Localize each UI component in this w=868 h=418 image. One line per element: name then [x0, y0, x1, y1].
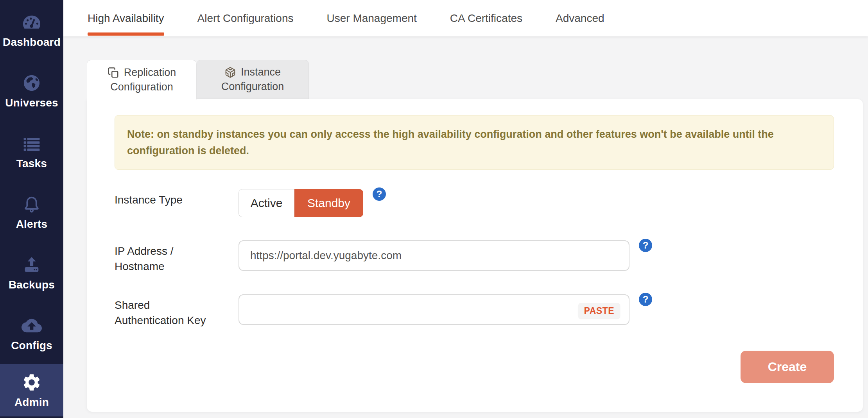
sidebar-item-label: Alerts [16, 218, 48, 231]
ip-address-input[interactable] [239, 240, 629, 271]
sidebar: Dashboard Universes [0, 0, 63, 418]
instance-type-row: Instance Type Active Standby ? [115, 189, 834, 217]
sidebar-item-label: Dashboard [3, 36, 61, 49]
create-button[interactable]: Create [741, 351, 834, 383]
sidebar-item-label: Admin [14, 396, 49, 409]
sidebar-item-label: Tasks [16, 157, 47, 170]
sidebar-item-backups[interactable]: Backups [0, 243, 63, 303]
main-area: High Availability Alert Configurations U… [63, 0, 868, 418]
tab-advanced[interactable]: Advanced [556, 0, 604, 36]
sidebar-item-universes[interactable]: Universes [0, 61, 63, 121]
shared-key-row: Shared Authentication Key PASTE ? [115, 294, 834, 328]
ip-address-row: IP Address / Hostname ? [115, 240, 834, 274]
tab-replication-configuration[interactable]: Replication Configuration [87, 60, 197, 99]
subtab-label-line1: Replication [124, 65, 176, 80]
bell-icon [22, 194, 42, 214]
sidebar-item-label: Backups [9, 279, 55, 291]
upload-drive-icon [22, 255, 42, 275]
globe-icon [22, 73, 42, 93]
instance-type-toggle: Active Standby [239, 189, 363, 217]
sidebar-item-configs[interactable]: Configs [0, 303, 63, 364]
active-option-button[interactable]: Active [239, 189, 294, 217]
help-icon[interactable]: ? [639, 239, 652, 252]
gauge-icon [22, 12, 42, 32]
sidebar-item-alerts[interactable]: Alerts [0, 182, 63, 243]
sidebar-item-label: Configs [11, 339, 52, 352]
instance-type-label: Instance Type [115, 189, 239, 207]
tab-user-management[interactable]: User Management [327, 0, 417, 36]
tab-instance-configuration[interactable]: Instance Configuration [197, 60, 309, 99]
ip-address-label: IP Address / Hostname [115, 240, 239, 274]
tab-ca-certificates[interactable]: CA Certificates [450, 0, 522, 36]
tab-alert-configurations[interactable]: Alert Configurations [197, 0, 294, 36]
cloud-upload-icon [22, 315, 42, 336]
sidebar-item-tasks[interactable]: Tasks [0, 121, 63, 182]
app-window: Dashboard Universes [0, 0, 868, 418]
sidebar-item-label: Universes [5, 97, 58, 109]
admin-tab-bar: High Availability Alert Configurations U… [63, 0, 868, 36]
shared-key-label: Shared Authentication Key [115, 294, 239, 328]
copy-icon [108, 67, 119, 79]
replication-configuration-panel: Note: on standby instances you can only … [87, 99, 863, 412]
subtab-label-line2: Configuration [110, 80, 173, 94]
sidebar-item-dashboard[interactable]: Dashboard [0, 0, 63, 61]
shared-key-input[interactable] [239, 294, 629, 325]
tab-high-availability[interactable]: High Availability [88, 0, 164, 36]
standby-option-button[interactable]: Standby [294, 189, 363, 217]
ha-sub-tabs: Replication Configuration [87, 60, 868, 99]
standby-note-banner: Note: on standby instances you can only … [115, 115, 834, 170]
cube-icon [224, 67, 236, 78]
sidebar-item-admin[interactable]: Admin [0, 364, 63, 416]
subtab-label-line1: Instance [241, 65, 281, 79]
content-area: Replication Configuration [63, 36, 868, 418]
gear-icon [22, 372, 42, 393]
help-icon[interactable]: ? [373, 187, 386, 201]
help-icon[interactable]: ? [639, 293, 652, 306]
list-icon [22, 133, 42, 154]
subtab-label-line2: Configuration [221, 79, 284, 94]
paste-button[interactable]: PASTE [578, 303, 620, 319]
